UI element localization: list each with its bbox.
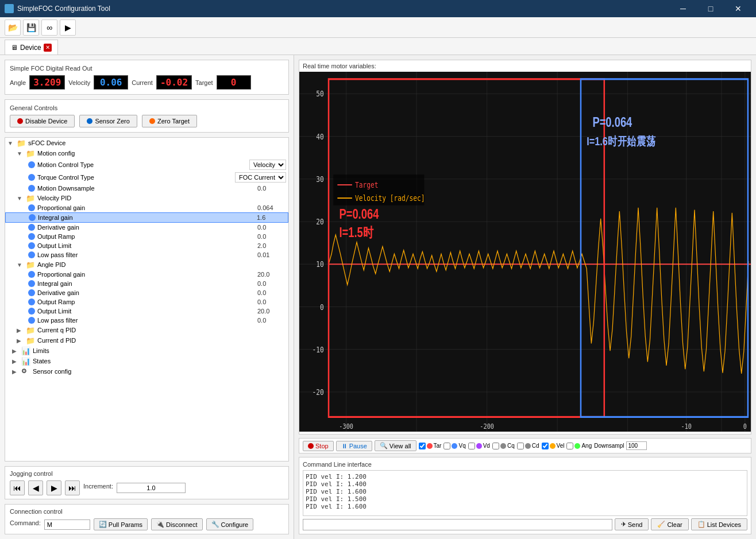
cli-line: PID vel I: 1.600: [306, 488, 745, 495]
tree-motion-config[interactable]: ▼ 📁 Motion config: [5, 148, 288, 158]
vel-i-key: Integral gain: [29, 214, 257, 221]
maximize-button[interactable]: □: [697, 0, 724, 17]
general-controls: General Controls Disable Device Sensor Z…: [5, 99, 289, 133]
cq-label: Cq: [507, 443, 515, 449]
tree-limits[interactable]: ▶ 📊 Limits: [5, 346, 288, 356]
tar-checkbox[interactable]: [419, 443, 426, 449]
zero-target-button[interactable]: Zero Target: [142, 115, 197, 127]
cli-line: PID vel I: 1.600: [306, 503, 745, 510]
cq-icon: 📁: [26, 326, 35, 334]
jog-prev-button[interactable]: ◀: [28, 480, 43, 495]
gear-icon-vel-lpf: [28, 251, 35, 258]
jog-row: ⏮ ◀ ▶ ⏭ Increment:: [10, 480, 284, 495]
svg-text:Velocity [rad/sec]: Velocity [rad/sec]: [355, 193, 425, 203]
toolbar-open-button[interactable]: 📂: [5, 20, 21, 36]
prop-motion-downsample: Motion Downsample 0.0: [5, 184, 288, 193]
close-button[interactable]: ✕: [725, 0, 751, 17]
toolbar-terminal-button[interactable]: ▶: [60, 20, 76, 36]
cd-icon: 📁: [26, 336, 35, 344]
tree-root[interactable]: ▼ 📁 sFOC Device: [5, 138, 288, 148]
motion-arrow: ▼: [17, 150, 25, 157]
command-label: Command:: [10, 519, 41, 526]
list-devices-button[interactable]: 📋 List Devices: [691, 518, 747, 530]
vel-checkbox[interactable]: [542, 443, 549, 449]
stop-button[interactable]: Stop: [303, 441, 334, 451]
minimize-button[interactable]: ─: [670, 0, 696, 17]
send-button[interactable]: ✈ Send: [615, 518, 649, 530]
chart-svg: 50 40 30 20 10 0 -10 -20 -300 -200 -10: [299, 72, 751, 432]
tree-container[interactable]: ▼ 📁 sFOC Device ▼ 📁 Motion config Motion…: [5, 137, 289, 462]
tree-current-q-pid[interactable]: ▶ 📁 Current q PID: [5, 325, 288, 335]
cd-checkbox[interactable]: [517, 443, 524, 449]
zero-target-label: Zero Target: [157, 118, 190, 125]
gear-icon-motion: [28, 161, 35, 168]
downsample-input[interactable]: [626, 441, 647, 450]
configure-button[interactable]: 🔧 Configure: [206, 518, 254, 530]
sensor-zero-button[interactable]: Sensor Zero: [79, 115, 137, 127]
vd-checkbox[interactable]: [468, 443, 475, 449]
cq-checkbox[interactable]: [492, 443, 499, 449]
tar-label: Tar: [434, 443, 442, 449]
torque-control-select[interactable]: FOC Current DC Current Voltage: [235, 172, 286, 183]
gear-icon-downsample: [28, 185, 35, 192]
gear-icon-vel-d: [28, 224, 35, 231]
vel-lpf-key: Low pass filter: [28, 251, 257, 258]
clear-button[interactable]: 🧹 Clear: [651, 518, 688, 530]
toolbar-save-button[interactable]: 💾: [23, 20, 39, 36]
gear-icon-ang-p: [28, 271, 35, 278]
disable-device-button[interactable]: Disable Device: [10, 115, 75, 127]
tree-angle-pid[interactable]: ▼ 📁 Angle PID: [5, 259, 288, 270]
jog-next-next-button[interactable]: ⏭: [65, 480, 80, 495]
send-label: Send: [628, 521, 643, 528]
tree-velocity-pid[interactable]: ▼ 📁 Velocity PID: [5, 193, 288, 203]
vd-label: Vd: [483, 443, 490, 449]
legend-cd: Cd: [517, 443, 539, 449]
ang-p-key: Proportional gain: [28, 271, 257, 278]
controls-row: Disable Device Sensor Zero Zero Target: [10, 115, 284, 127]
motion-control-key: Motion Control Type: [28, 161, 249, 168]
vel-d-key: Derivative gain: [28, 224, 257, 231]
disable-device-label: Disable Device: [25, 118, 67, 125]
svg-text:50: 50: [316, 89, 324, 99]
general-controls-title: General Controls: [10, 104, 284, 111]
velocity-pid-arrow: ▼: [17, 195, 25, 201]
device-tab[interactable]: 🖥 Device ✕: [5, 40, 58, 55]
prop-ang-p: Proportional gain 20.0: [5, 270, 288, 279]
current-value: -0.02: [156, 75, 192, 90]
vq-checkbox[interactable]: [443, 443, 450, 449]
zero-dot: [149, 118, 155, 124]
vel-label: Vel: [557, 443, 565, 449]
chart-container: Real time motor variables:: [299, 60, 751, 435]
view-all-button[interactable]: 🔍 View all: [375, 440, 416, 451]
legend-tar: Tar: [419, 443, 442, 449]
command-input[interactable]: [44, 519, 90, 530]
prop-motion-control-type: Motion Control Type Velocity Angle Torqu…: [5, 158, 288, 171]
velocity-value: 0.06: [94, 75, 128, 90]
tree-states[interactable]: ▶ 📊 States: [5, 356, 288, 366]
tab-close-button[interactable]: ✕: [44, 44, 52, 52]
pause-button[interactable]: ⏸ Pause: [336, 441, 372, 451]
jog-prev-prev-button[interactable]: ⏮: [10, 480, 25, 495]
jog-next-button[interactable]: ▶: [47, 480, 61, 495]
tree-current-d-pid[interactable]: ▶ 📁 Current d PID: [5, 335, 288, 346]
ang-checkbox[interactable]: [566, 443, 573, 449]
pull-params-label: Pull Params: [109, 521, 142, 528]
cli-input[interactable]: [303, 519, 612, 530]
right-panel: Real time motor variables:: [294, 55, 756, 539]
ang-i-key: Integral gain: [28, 280, 257, 287]
toolbar-loop-button[interactable]: ∞: [41, 20, 57, 36]
configure-icon: 🔧: [211, 521, 219, 528]
ang-p-val: 20.0: [257, 271, 286, 278]
gear-icon-ang-ramp: [28, 298, 35, 305]
increment-input[interactable]: [117, 483, 186, 493]
motion-control-select[interactable]: Velocity Angle Torque: [249, 160, 286, 170]
cli-output[interactable]: PID vel I: 1.200PID vel I: 1.400PID vel …: [303, 470, 747, 516]
clear-label: Clear: [667, 521, 682, 528]
cli-container: Command Line interface PID vel I: 1.200P…: [299, 457, 751, 534]
disconnect-button[interactable]: 🔌 Disconnect: [151, 518, 202, 530]
torque-control-key: Torque Control Type: [28, 174, 235, 181]
vel-limit-key: Output Limit: [28, 242, 257, 249]
tree-sensor-config[interactable]: ▶ ⚙ Sensor config: [5, 366, 288, 377]
pull-params-button[interactable]: 🔄 Pull Params: [94, 518, 148, 530]
app-icon: [5, 4, 14, 13]
